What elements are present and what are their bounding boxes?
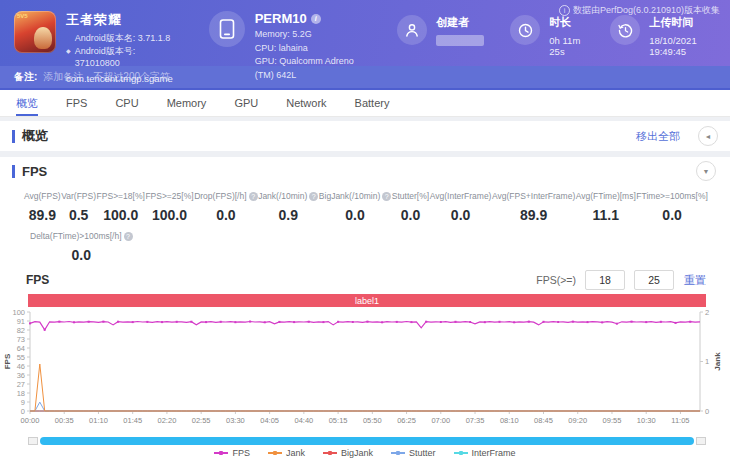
tab-FPS[interactable]: FPS — [66, 90, 87, 116]
svg-text:9: 9 — [21, 398, 25, 407]
device-info-icon[interactable]: i — [311, 14, 321, 24]
person-icon — [397, 15, 427, 45]
tab-Memory[interactable]: Memory — [167, 90, 207, 116]
fps-line-chart[interactable]: 0918273646556473829110001200:0000:3501:1… — [2, 307, 728, 435]
svg-text:0: 0 — [21, 407, 25, 416]
svg-text:1: 1 — [705, 357, 709, 366]
chart-scrollbar[interactable] — [28, 437, 706, 445]
chart-legend: FPSJankBigJankStutterInterFrame — [0, 448, 730, 458]
legend-label: FPS — [232, 448, 250, 458]
svg-text:FPS: FPS — [3, 353, 12, 369]
stat-item: FPS>=25[%]100.0 — [145, 191, 193, 223]
remove-all-link[interactable]: 移出全部 — [636, 129, 680, 144]
svg-text:11:05: 11:05 — [671, 416, 689, 425]
stat-item: Avg(FPS+InterFrame)89.9 — [492, 191, 575, 223]
legend-marker — [268, 452, 282, 454]
legend-item-Stutter[interactable]: Stutter — [391, 448, 436, 458]
scrollbar-track[interactable] — [40, 437, 694, 445]
fps-panel-title: FPS — [22, 164, 47, 179]
duration-label: 时长 — [549, 15, 584, 30]
info-icon: i — [559, 5, 570, 16]
accent-bar — [12, 130, 15, 143]
legend-item-FPS[interactable]: FPS — [214, 448, 250, 458]
overview-panel: 概览 移出全部 ◄ — [0, 121, 730, 151]
stat-label: BigJank(/10min)? — [319, 191, 391, 201]
help-icon[interactable]: ? — [382, 192, 391, 201]
svg-text:73: 73 — [17, 335, 25, 344]
svg-text:27: 27 — [17, 380, 25, 389]
stat-item: Stutter[%]0.0 — [392, 191, 429, 223]
help-icon[interactable]: ? — [249, 192, 258, 201]
legend-marker — [214, 452, 228, 454]
fps-threshold-filter: FPS(>=) 重置 — [536, 270, 706, 290]
fps-panel: FPS ▼ Avg(FPS)89.9Var(FPS)0.5FPS>=18[%]1… — [0, 157, 730, 462]
legend-label: InterFrame — [472, 448, 516, 458]
tab-Battery[interactable]: Battery — [355, 90, 390, 116]
tab-CPU[interactable]: CPU — [115, 90, 138, 116]
stat-label: FTime>=100ms[%] — [636, 191, 708, 201]
chevron-down-icon: ▼ — [703, 168, 710, 175]
svg-text:07:35: 07:35 — [466, 416, 485, 425]
collect-note-text: 数据由PerfDog(6.0.210910)版本收集 — [573, 4, 720, 17]
stat-label: Avg(FPS) — [24, 191, 61, 201]
svg-text:01:45: 01:45 — [123, 416, 142, 425]
svg-text:64: 64 — [17, 344, 25, 353]
chevron-left-icon: ◄ — [705, 133, 712, 140]
collapse-down-button[interactable]: ▼ — [696, 161, 716, 181]
stat-item: Avg(FPS)89.9 — [24, 191, 61, 223]
svg-text:00:00: 00:00 — [21, 416, 40, 425]
stat-item: FTime>=100ms[%]0.0 — [636, 191, 708, 223]
legend-item-Jank[interactable]: Jank — [268, 448, 305, 458]
fps-threshold-input-2[interactable] — [634, 270, 674, 290]
help-icon[interactable]: ? — [309, 192, 318, 201]
stat-item: BigJank(/10min)?0.0 — [319, 191, 391, 223]
stat-label: Jank(/10min)? — [258, 191, 318, 201]
stat-value: 0.0 — [194, 207, 257, 223]
stat-label: Drop(FPS)[/h]? — [194, 191, 257, 201]
legend-marker — [454, 452, 468, 454]
stat-item: Avg(FTime)[ms]11.1 — [576, 191, 636, 223]
svg-text:82: 82 — [17, 326, 25, 335]
svg-text:01:10: 01:10 — [89, 416, 108, 425]
accent-bar — [12, 165, 15, 178]
device-memory: Memory: 5.2G — [255, 28, 368, 42]
upload-time-block: 上传时间 18/10/2021 19:49:45 — [610, 15, 716, 57]
chart-header: FPS FPS(>=) 重置 — [0, 271, 730, 289]
collect-note: i 数据由PerfDog(6.0.210910)版本收集 — [559, 4, 720, 17]
android-version-code: Android版本号: 371010800 — [75, 45, 173, 70]
upload-time-label: 上传时间 — [649, 15, 716, 30]
svg-text:2: 2 — [705, 308, 709, 317]
tab-GPU[interactable]: GPU — [234, 90, 258, 116]
stat-item: Jank(/10min)?0.9 — [258, 191, 318, 223]
svg-text:91: 91 — [17, 317, 25, 326]
tab-bar: 概览FPSCPUMemoryGPUNetworkBattery — [0, 90, 730, 117]
tab-概览[interactable]: 概览 — [16, 90, 38, 116]
collapse-left-button[interactable]: ◄ — [698, 126, 718, 146]
package-name: com.tencent.tmgp.sgame — [66, 73, 173, 84]
help-icon[interactable]: ? — [124, 232, 133, 241]
legend-marker — [323, 452, 337, 454]
stat-label: FPS>=25[%] — [145, 191, 193, 201]
scrollbar-right-handle[interactable] — [696, 437, 706, 445]
reset-link[interactable]: 重置 — [684, 273, 706, 288]
stat-value: 0.0 — [392, 207, 429, 223]
svg-text:04:40: 04:40 — [294, 416, 313, 425]
svg-text:02:20: 02:20 — [158, 416, 177, 425]
legend-item-InterFrame[interactable]: InterFrame — [454, 448, 516, 458]
stat-item: FPS>=18[%]100.0 — [97, 191, 145, 223]
duration-value: 0h 11m 25s — [549, 35, 584, 57]
stat-value: 0.9 — [258, 207, 318, 223]
stat-value: 0.5 — [61, 207, 96, 223]
legend-marker — [391, 452, 405, 454]
app-title: 王者荣耀 — [66, 11, 173, 29]
svg-text:07:00: 07:00 — [431, 416, 450, 425]
svg-text:18: 18 — [17, 389, 25, 398]
legend-item-BigJank[interactable]: BigJank — [323, 448, 373, 458]
annotation-label-bar[interactable]: label1 — [28, 294, 706, 307]
scrollbar-left-handle[interactable] — [28, 437, 38, 445]
game-badge: 5V5 — [17, 13, 28, 19]
stat-value: 0.0 — [319, 207, 391, 223]
svg-text:10:30: 10:30 — [637, 416, 656, 425]
tab-Network[interactable]: Network — [286, 90, 326, 116]
fps-threshold-input-1[interactable] — [585, 270, 625, 290]
